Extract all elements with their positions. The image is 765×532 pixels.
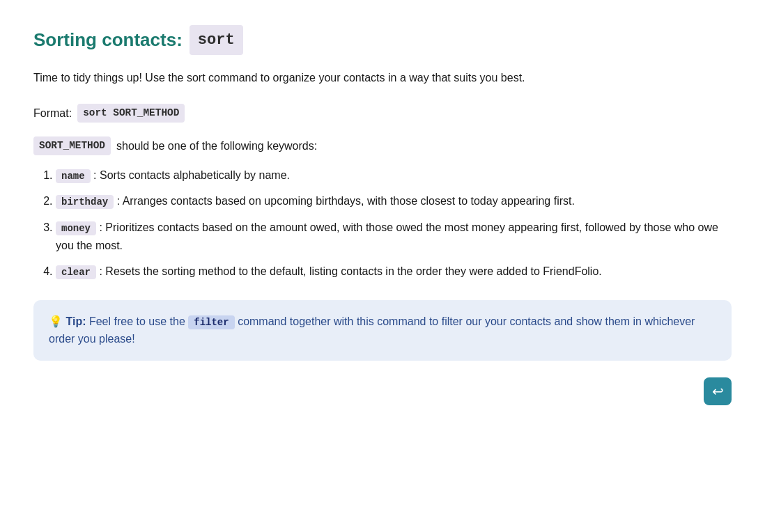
description-text: Time to tidy things up! Use the sort com… bbox=[33, 69, 732, 87]
clear-code: clear bbox=[56, 265, 96, 279]
sort-methods-list: name : Sorts contacts alphabetically by … bbox=[56, 166, 732, 281]
format-label: Format: bbox=[33, 104, 72, 123]
return-arrow: ↩ bbox=[712, 380, 724, 402]
list-item: clear : Resets the sorting method to the… bbox=[56, 263, 732, 281]
tip-label: Tip: bbox=[65, 315, 86, 327]
page-title: Sorting contacts: sort bbox=[33, 25, 732, 55]
list-item: birthday : Arranges contacts based on up… bbox=[56, 192, 732, 210]
keywords-line: SORT_METHOD should be one of the followi… bbox=[33, 136, 732, 155]
clear-desc: : Resets the sorting method to the defau… bbox=[99, 265, 601, 277]
tip-box: 💡 Tip: Feel free to use the filter comma… bbox=[33, 300, 732, 361]
name-desc: : Sorts contacts alphabetically by name. bbox=[93, 169, 290, 181]
format-line: Format: sort SORT_METHOD bbox=[33, 104, 732, 123]
money-desc: : Prioritizes contacts based on the amou… bbox=[56, 221, 718, 251]
title-text: Sorting contacts: bbox=[33, 26, 183, 55]
return-icon: ↩ bbox=[704, 377, 732, 405]
name-code: name bbox=[56, 169, 91, 183]
sort-method-code: SORT_METHOD bbox=[33, 136, 111, 155]
list-item: name : Sorts contacts alphabetically by … bbox=[56, 166, 732, 185]
tip-emoji: 💡 bbox=[49, 315, 65, 327]
format-code: sort SORT_METHOD bbox=[77, 104, 185, 123]
keywords-text: should be one of the following keywords: bbox=[116, 137, 317, 155]
birthday-desc: : Arranges contacts based on upcoming bi… bbox=[117, 195, 575, 207]
bottom-icon-area: ↩ bbox=[33, 377, 732, 405]
list-item: money : Prioritizes contacts based on th… bbox=[56, 219, 732, 254]
title-code: sort bbox=[190, 25, 243, 55]
tip-text-before: Feel free to use the bbox=[89, 315, 188, 327]
money-code: money bbox=[56, 221, 96, 235]
filter-code: filter bbox=[188, 315, 234, 329]
birthday-code: birthday bbox=[56, 195, 114, 209]
